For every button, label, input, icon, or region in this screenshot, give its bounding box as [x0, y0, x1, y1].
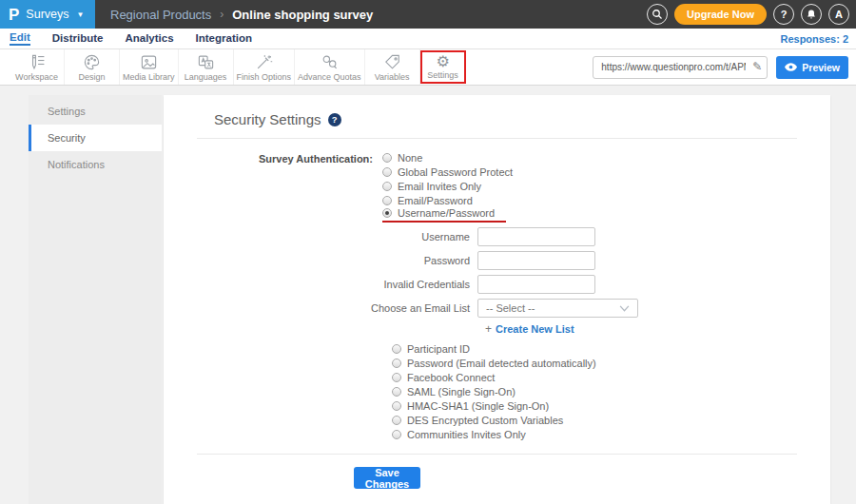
toolbar-item-design[interactable]: Design [65, 49, 120, 85]
variables-icon [383, 53, 401, 71]
search-icon [652, 9, 663, 20]
toolbar-label: Advance Quotas [298, 72, 361, 82]
email-list-label: Choose an Email List [164, 302, 477, 314]
username-field[interactable] [477, 227, 595, 246]
radio-option-email-invites[interactable]: Email Invites Only [382, 181, 513, 192]
questionpro-logo: P [9, 7, 19, 23]
toolbar-item-finish-options[interactable]: Finish Options [234, 49, 296, 85]
tab-edit[interactable]: Edit [10, 31, 30, 46]
help-button[interactable]: ? [773, 4, 794, 25]
radio-option-email-password[interactable]: Email/Password [382, 195, 513, 206]
workspace-icon [28, 53, 46, 71]
responses-count[interactable]: Responses: 2 [780, 33, 848, 45]
survey-authentication-label: Survey Authentication: [164, 152, 382, 221]
select-value: -- Select -- [486, 302, 535, 314]
toolbar-label: Variables [375, 72, 410, 82]
navbar-actions: Upgrade Now ? A [647, 4, 856, 25]
settings-gear-icon: ⚙ [436, 54, 449, 69]
breadcrumb-folder[interactable]: Regional Products [110, 8, 211, 22]
radio-icon[interactable] [382, 182, 392, 191]
radio-option-participant-id[interactable]: Participant ID [392, 343, 830, 355]
notifications-button[interactable] [801, 4, 822, 25]
toolbar-label: Settings [427, 70, 458, 80]
sidebar-item-notifications[interactable]: Notifications [29, 151, 162, 178]
media-library-icon [140, 53, 158, 71]
sidebar-item-settings[interactable]: Settings [29, 98, 162, 125]
radio-label: SAML (Single Sign-On) [407, 386, 516, 397]
toolbar-item-workspace[interactable]: Workspace [10, 49, 65, 85]
password-label: Password [164, 255, 477, 266]
surveys-product-menu[interactable]: P Surveys ▼ [0, 0, 95, 29]
radio-option-facebook-connect[interactable]: Facebook Connect [392, 372, 830, 383]
radio-icon[interactable] [392, 387, 401, 397]
invalid-credentials-field[interactable] [477, 275, 595, 294]
edit-toolbar: Workspace Design Media Library Languages… [0, 49, 856, 86]
radio-icon[interactable] [392, 344, 401, 354]
footer-divider [197, 454, 797, 455]
auth-options-top: None Global Password Protect Email Invit… [382, 152, 513, 221]
radio-icon[interactable] [392, 430, 401, 439]
tab-distribute[interactable]: Distribute [52, 32, 104, 45]
breadcrumb: Regional Products › Online shopping surv… [110, 8, 373, 22]
radio-icon-checked[interactable] [382, 208, 392, 218]
create-new-list-link[interactable]: Create New List [496, 323, 574, 335]
toolbar-item-settings[interactable]: ⚙ Settings [422, 52, 464, 82]
create-new-list-row: + Create New List [485, 322, 830, 336]
bell-icon [806, 9, 817, 20]
security-form: Survey Authentication: None Global Passw… [164, 152, 830, 490]
radio-label: DES Encrypted Custom Variables [407, 415, 563, 426]
sidebar-item-security[interactable]: Security [29, 125, 162, 151]
help-tooltip-icon[interactable]: ? [328, 113, 341, 126]
radio-option-global-password[interactable]: Global Password Protect [382, 166, 513, 178]
search-button[interactable] [647, 4, 668, 25]
radio-option-none[interactable]: None [382, 152, 513, 164]
radio-option-saml[interactable]: SAML (Single Sign-On) [392, 386, 830, 397]
advance-quotas-icon [321, 53, 339, 71]
radio-label: Communities Invites Only [407, 429, 526, 440]
edit-url-pencil-icon[interactable]: ✎ [752, 60, 762, 73]
settings-annotation-box: ⚙ Settings [420, 50, 466, 84]
radio-option-username-password[interactable]: Username/Password [382, 209, 513, 221]
radio-label: HMAC-SHA1 (Single Sign-On) [407, 400, 549, 412]
toolbar-item-languages[interactable]: Languages [179, 49, 234, 85]
title-divider [197, 138, 797, 139]
settings-sidebar: Settings Security Notifications [29, 95, 162, 504]
product-menu-label: Surveys [26, 8, 68, 21]
radio-option-password-email-auto[interactable]: Password (Email detected automatically) [392, 358, 830, 369]
radio-label: Facebook Connect [407, 372, 495, 383]
toolbar-item-variables[interactable]: Variables [365, 49, 420, 85]
radio-option-communities-invites[interactable]: Communities Invites Only [392, 429, 830, 440]
radio-icon[interactable] [392, 401, 401, 411]
credential-fields: Username Password Invalid Credentials Ch… [164, 227, 830, 318]
tab-analytics[interactable]: Analytics [125, 32, 173, 45]
preview-button[interactable]: Preview [776, 56, 848, 79]
survey-url-input[interactable] [593, 56, 768, 79]
plus-icon: + [485, 322, 492, 336]
toolbar-item-media-library[interactable]: Media Library [120, 49, 179, 85]
radio-icon[interactable] [382, 153, 392, 163]
survey-tabs-bar: Edit Distribute Analytics Integration Re… [0, 29, 856, 49]
radio-option-des-encrypted[interactable]: DES Encrypted Custom Variables [392, 415, 830, 426]
email-list-select[interactable]: -- Select -- [477, 299, 638, 318]
toolbar-label: Design [78, 72, 105, 82]
radio-icon[interactable] [382, 196, 392, 205]
finish-options-icon [255, 53, 273, 71]
languages-icon [197, 53, 215, 71]
radio-option-hmac-sha1[interactable]: HMAC-SHA1 (Single Sign-On) [392, 400, 830, 412]
account-avatar[interactable]: A [828, 4, 849, 25]
design-icon [83, 53, 101, 71]
password-field[interactable] [477, 251, 595, 270]
survey-url-area: ✎ Preview [593, 49, 856, 85]
toolbar-label: Finish Options [237, 72, 292, 82]
radio-label: Email/Password [398, 195, 473, 206]
upgrade-now-button[interactable]: Upgrade Now [674, 4, 767, 25]
save-changes-button[interactable]: Save Changes [354, 467, 420, 489]
breadcrumb-survey-title: Online shopping survey [232, 8, 373, 22]
radio-icon[interactable] [392, 373, 401, 382]
radio-icon[interactable] [392, 359, 401, 368]
toolbar-item-advance-quotas[interactable]: Advance Quotas [295, 49, 365, 85]
tab-integration[interactable]: Integration [196, 32, 252, 45]
auth-options-bottom: Participant ID Password (Email detected … [392, 343, 830, 440]
radio-icon[interactable] [382, 167, 392, 177]
radio-icon[interactable] [392, 416, 401, 425]
